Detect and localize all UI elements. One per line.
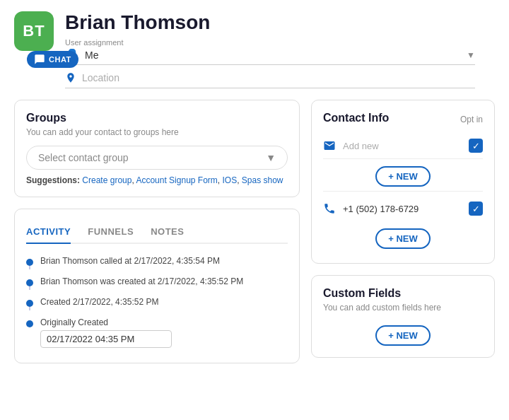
tab-activity[interactable]: ACTIVITY [26,221,71,244]
suggestions-label: Suggestions: [26,175,80,185]
custom-fields-title: Custom Fields [323,287,483,300]
suggestion-create-group[interactable]: Create group [82,175,131,185]
header: BT CHAT Brian Thomson User assignment 👤 … [0,0,509,88]
page-title: Brian Thomson [65,11,495,34]
email-row: Add new ✓ [323,133,483,159]
chat-icon [34,54,45,65]
suggestion-spas-show[interactable]: Spas show [242,175,283,185]
email-placeholder: Add new [343,141,462,151]
chat-badge[interactable]: CHAT [27,51,78,68]
main-content: Groups You can add your contact to group… [0,88,509,375]
assignment-value: Me [85,49,98,61]
location-placeholder: Location [82,72,119,83]
phone-new-button[interactable]: + NEW [375,228,431,249]
user-assignment-block: User assignment 👤 Me ▼ [65,38,475,65]
chat-label: CHAT [49,55,71,64]
email-opt-in-checkbox[interactable]: ✓ [469,139,483,153]
activity-item: Originally Created [26,310,288,351]
datetime-input[interactable] [40,330,172,348]
right-column: Contact Info Opt in Add new ✓ + NEW +1 [311,100,495,363]
opt-in-label: Opt in [460,115,483,124]
assignment-field: User assignment 👤 Me ▼ [65,38,475,65]
assignment-label: User assignment [65,38,475,47]
custom-fields-subtitle: You can add custom fields here [323,303,483,313]
custom-fields-new-button[interactable]: + NEW [375,325,431,346]
phone-new-btn-row: + NEW [323,224,483,249]
tabs-row: ACTIVITY FUNNELS NOTES [26,221,288,244]
group-select-placeholder: Select contact group [38,152,129,163]
tab-notes[interactable]: NOTES [151,221,184,244]
custom-fields-card: Custom Fields You can add custom fields … [311,275,495,358]
email-new-button[interactable]: + NEW [375,166,431,187]
activity-item: Created 2/17/2022, 4:35:52 PM [26,290,288,310]
email-new-btn-row: + NEW [323,162,483,187]
groups-card: Groups You can add your contact to group… [14,100,300,197]
suggestions-row: Suggestions: Create group, Account Signu… [26,175,288,185]
location-field[interactable]: Location [65,72,475,88]
phone-value: +1 (502) 178-6729 [343,204,462,214]
activity-item: Brian Thomson was created at 2/17/2022, … [26,269,288,290]
datetime-input-row [40,330,172,348]
phone-row: +1 (502) 178-6729 ✓ [323,196,483,221]
phone-icon [323,202,336,215]
activity-text: Brian Thomson was created at 2/17/2022, … [40,276,243,286]
suggestion-account-signup[interactable]: Account Signup Form [136,175,217,185]
activity-item: Brian Thomson called at 2/17/2022, 4:35:… [26,252,288,269]
activity-text: Originally Created [40,317,172,327]
assignment-row[interactable]: 👤 Me ▼ [65,48,475,65]
contact-info-card: Contact Info Opt in Add new ✓ + NEW +1 [311,100,495,264]
activity-dot [26,259,33,266]
chevron-down-icon: ▼ [266,152,276,163]
tab-funnels[interactable]: FUNNELS [88,221,134,244]
activity-dot [26,320,33,327]
contact-info-title: Contact Info [323,112,389,124]
activity-dot [26,300,33,307]
activity-text: Created 2/17/2022, 4:35:52 PM [40,297,158,307]
avatar: BT [14,11,54,51]
divider [323,191,483,192]
location-icon [65,72,76,83]
suggestion-ios[interactable]: IOS [222,175,237,185]
header-left: BT CHAT [14,11,54,51]
email-icon [323,139,336,152]
dropdown-arrow-icon: ▼ [467,50,475,60]
groups-title: Groups [26,112,288,124]
activity-text: Brian Thomson called at 2/17/2022, 4:35:… [40,256,220,266]
phone-opt-in-checkbox[interactable]: ✓ [469,202,483,216]
left-column: Groups You can add your contact to group… [14,100,300,363]
activity-list: Brian Thomson called at 2/17/2022, 4:35:… [26,252,288,351]
group-select-dropdown[interactable]: Select contact group ▼ [26,146,288,170]
activity-card: ACTIVITY FUNNELS NOTES Brian Thomson cal… [14,209,300,363]
header-right: Brian Thomson User assignment 👤 Me ▼ Loc… [65,11,495,88]
custom-fields-new-btn-row: + NEW [323,321,483,346]
activity-item-content: Originally Created [40,317,172,348]
activity-dot [26,279,33,286]
groups-subtitle: You can add your contact to groups here [26,127,288,137]
